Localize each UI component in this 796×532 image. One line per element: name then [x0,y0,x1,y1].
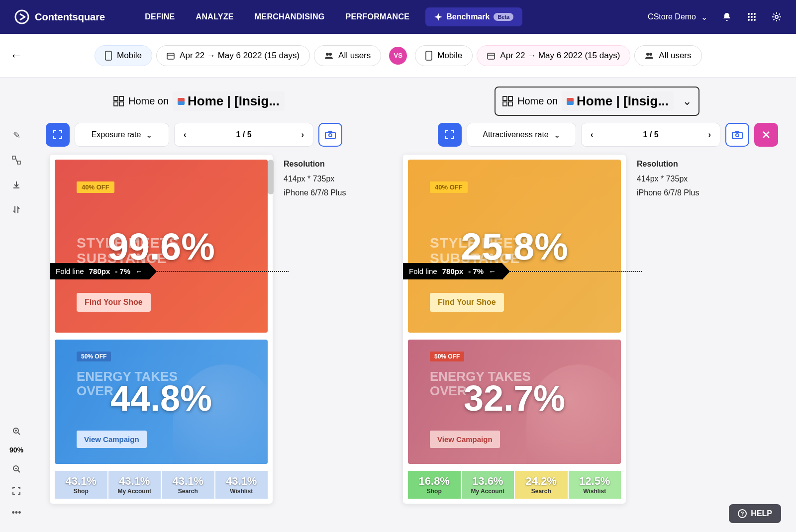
help-button[interactable]: ? HELP [729,504,781,523]
nav-analyze[interactable]: ANALYZE [196,12,234,21]
tab-search[interactable]: 24.2%Search [515,471,568,499]
brand-logo[interactable]: Contentsquare [14,9,105,25]
more-options-button[interactable]: ••• [8,506,25,520]
metric-overlay: 32.7% [464,378,565,419]
svg-rect-29 [325,132,335,139]
svg-point-10 [775,15,778,18]
zoom-in-button[interactable] [8,424,25,438]
mobile-icon [105,51,112,61]
cta-button: Find Your Shoe [430,293,504,312]
main-nav: DEFINE ANALYZE MERCHANDISING PERFORMANCE [145,12,409,21]
close-compare-button[interactable] [754,123,778,147]
svg-point-2 [751,13,753,15]
page-selector-left[interactable]: Home on Home | [Insig... [106,87,292,116]
tab-wishlist[interactable]: 12.5%Wishlist [569,471,621,499]
back-button[interactable]: ← [10,48,25,63]
metric-overlay: 99.6% [107,225,215,268]
apps-grid-icon[interactable] [746,11,757,22]
svg-rect-34 [735,131,739,133]
chevron-down-icon: ⌄ [554,130,560,140]
notifications-icon[interactable] [721,11,732,22]
svg-point-6 [754,16,756,18]
edit-tool[interactable]: ✎ [8,128,25,142]
tab-search[interactable]: 43.1%Search [162,471,214,499]
fold-label[interactable]: Fold line 780px - 7% ← [403,263,502,279]
svg-rect-26 [508,96,512,100]
metric-overlay: 25.8% [461,225,568,268]
top-nav: Contentsquare DEFINE ANALYZE MERCHANDISI… [0,0,796,34]
fold-label[interactable]: Fold line 780px - 7% ← [50,263,149,279]
calendar-icon [487,52,495,60]
segment-filter-left[interactable]: All users [314,45,381,66]
metric-dropdown-left[interactable]: Exposure rate⌄ [75,123,169,147]
chevron-down-icon: ⌄ [683,95,692,108]
svg-point-14 [326,53,329,56]
tab-account[interactable]: 13.6%My Account [462,471,514,499]
metric-dropdown-right[interactable]: Attractiveness rate⌄ [467,123,576,147]
cta-button: View Campaign [77,431,147,448]
screenshot-button-left[interactable] [318,123,342,147]
tab-wishlist[interactable]: 43.1%Wishlist [215,471,268,499]
device-filter-left[interactable]: Mobile [95,45,152,66]
svg-rect-12 [167,53,174,59]
zone-hero-2-right[interactable]: 50% OFF ENERGY TAKESOVER View Campaign 3… [408,340,621,464]
settings-gear-icon[interactable] [771,11,782,22]
prev-screenshot-button[interactable]: ‹ [591,130,593,139]
zone-hero-1-left[interactable]: 40% OFF STYLE MEETSSUBSTANCE Find Your S… [55,160,268,333]
svg-point-1 [748,13,750,15]
tab-shop[interactable]: 16.8%Shop [408,471,461,499]
chevron-down-icon: ⌄ [146,130,152,140]
svg-rect-31 [328,131,332,133]
svg-point-30 [329,134,332,137]
tab-account[interactable]: 43.1%My Account [108,471,161,499]
resolution-info-left: Resolution 414px * 735px iPhone 6/7/8 Pl… [273,155,387,504]
svg-line-43 [18,470,20,472]
segment-filter-right[interactable]: All users [634,45,701,66]
device-filter-right[interactable]: Mobile [415,45,473,66]
nav-performance[interactable]: PERFORMANCE [346,12,410,21]
fit-screen-button[interactable] [8,484,25,498]
date-filter-left[interactable]: Apr 22 → May 6 2022 (15 days) [156,45,310,66]
screenshot-button-right[interactable] [725,123,749,147]
workspace-selector[interactable]: CStore Demo ⌄ [648,12,707,22]
svg-text:?: ? [741,511,744,517]
fullscreen-button-left[interactable] [46,123,70,147]
next-screenshot-button[interactable]: › [301,130,304,139]
pager-position: 1 / 5 [236,130,251,139]
nav-merchandising[interactable]: MERCHANDISING [255,12,325,21]
svg-rect-11 [105,51,111,60]
zone-grid-icon [502,96,513,107]
next-screenshot-button[interactable]: › [708,130,711,139]
zone-tool[interactable] [8,153,25,167]
prev-screenshot-button[interactable]: ‹ [184,130,186,139]
svg-rect-32 [732,132,742,139]
cta-button: Find Your Shoe [77,293,151,312]
arrow-left-icon: ← [489,267,496,275]
scrollbar[interactable] [268,160,274,194]
vs-indicator: VS [389,47,407,65]
help-icon: ? [738,509,747,518]
svg-rect-17 [488,53,495,59]
brand-name: Contentsquare [35,11,105,23]
svg-rect-16 [426,51,432,60]
zone-hero-1-right[interactable]: 40% OFF STYLE MEETSSUBSTANCE Find Your S… [408,160,621,333]
metric-overlay: 44.8% [110,378,212,419]
zone-hero-2-left[interactable]: 50% OFF ENERGY TAKESOVER View Campaign 4… [55,340,268,464]
mobile-icon [425,51,432,61]
swap-tool[interactable] [8,203,25,217]
tool-rail: ✎ 90% ••• [4,128,29,217]
tab-shop[interactable]: 43.1%Shop [55,471,107,499]
device-frame-left: 40% OFF STYLE MEETSSUBSTANCE Find Your S… [50,155,273,504]
page-thumb-icon [178,98,185,105]
svg-rect-24 [119,102,123,106]
fullscreen-button-right[interactable] [438,123,462,147]
nav-define[interactable]: DEFINE [145,12,175,21]
download-tool[interactable] [8,178,25,192]
nav-benchmark[interactable]: Benchmark Beta [425,7,522,26]
pager-left: ‹ 1 / 5 › [174,123,313,147]
chevron-down-icon: ⌄ [701,12,707,22]
page-selector-right[interactable]: Home on Home | [Insig... ⌄ [495,87,699,116]
date-filter-right[interactable]: Apr 22 → May 6 2022 (15 days) [477,45,630,66]
zoom-out-button[interactable] [8,462,25,476]
users-icon [645,52,654,59]
